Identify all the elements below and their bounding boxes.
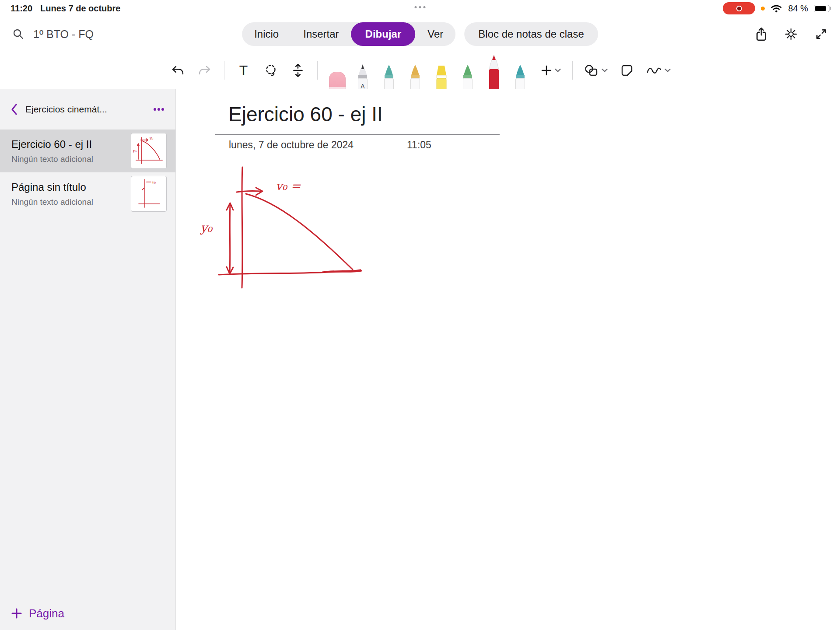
- search-icon[interactable]: [12, 28, 24, 40]
- ink-to-shape-button[interactable]: [646, 60, 671, 80]
- page-item-subtitle: Ningún texto adicional: [11, 197, 126, 207]
- title-divider: [215, 134, 500, 135]
- note-canvas[interactable]: Ejercicio 60 - ej II lunes, 7 de octubre…: [176, 89, 840, 630]
- clock: 11:20: [10, 4, 32, 14]
- add-page-button[interactable]: Página: [0, 597, 175, 630]
- tab-insertar[interactable]: Insertar: [291, 22, 351, 46]
- text-tool-button[interactable]: T: [236, 60, 252, 80]
- svg-text:y₀: y₀: [132, 149, 137, 153]
- marker-green[interactable]: [458, 62, 477, 89]
- chevron-down-icon[interactable]: [555, 68, 561, 73]
- ink-label-v0: v₀ =: [276, 179, 301, 192]
- chevron-down-icon[interactable]: [602, 68, 608, 73]
- section-title: Ejercicios cinemát...: [25, 104, 153, 115]
- insert-space-icon[interactable]: [290, 60, 306, 80]
- screen-recording-indicator[interactable]: [723, 2, 755, 14]
- page-item-title: Ejercicio 60 - ej II: [11, 138, 126, 150]
- page-sidebar: Ejercicios cinemát... Ejercicio 60 - ej …: [0, 89, 176, 630]
- more-options-icon[interactable]: [153, 107, 165, 112]
- lasso-select-icon[interactable]: [263, 60, 279, 80]
- ribbon-tabs: Inicio Insertar Dibujar Ver: [242, 22, 455, 46]
- ink-stroke-height-arrow: [230, 204, 230, 273]
- ink-stroke-trajectory: [246, 194, 353, 270]
- expand-icon[interactable]: [815, 28, 828, 41]
- toolbar-divider: [224, 61, 224, 80]
- toolbar-divider: [572, 61, 573, 80]
- page-date: lunes, 7 de octubre de 2024: [229, 139, 354, 151]
- status-bar: 11:20 Lunes 7 de octubre 84 %: [0, 0, 840, 17]
- marker-cyan[interactable]: [511, 62, 529, 89]
- tab-dibujar[interactable]: Dibujar: [351, 22, 416, 46]
- add-page-label: Página: [29, 607, 64, 620]
- highlighter-yellow[interactable]: [432, 62, 451, 89]
- settings-gear-icon[interactable]: [784, 27, 798, 41]
- page-item-title: Página sin título: [11, 181, 126, 193]
- svg-text:A: A: [360, 83, 365, 89]
- svg-text:v₀: v₀: [152, 180, 156, 185]
- page-item-subtitle: Ningún texto adicional: [11, 154, 126, 164]
- ink-label-y0: y₀: [200, 220, 213, 235]
- battery-percent: 84 %: [788, 4, 808, 14]
- shapes-button[interactable]: [584, 60, 608, 80]
- draw-toolbar: T A: [0, 52, 840, 89]
- wifi-icon: [770, 4, 782, 13]
- page-thumbnail: v₀: [131, 176, 167, 212]
- page-list-item[interactable]: Página sin título Ningún texto adicional…: [0, 172, 175, 215]
- redo-button[interactable]: [197, 60, 213, 80]
- svg-text:v₀: v₀: [149, 136, 154, 140]
- back-chevron-icon[interactable]: [10, 103, 18, 116]
- battery-icon: [814, 5, 830, 12]
- toolbar-divider: [317, 61, 318, 80]
- marker-gold[interactable]: [406, 62, 424, 89]
- status-date: Lunes 7 de octubre: [40, 4, 120, 14]
- mic-in-use-indicator-icon: [761, 7, 765, 10]
- undo-button[interactable]: [170, 60, 186, 80]
- marker-teal[interactable]: [380, 62, 398, 89]
- ink-stroke-v0-arrow: [237, 191, 261, 192]
- pen-red[interactable]: [485, 54, 503, 89]
- page-title[interactable]: Ejercicio 60 - ej II: [228, 102, 383, 126]
- top-navigation: 1º BTO - FQ Inicio Insertar Dibujar Ver …: [0, 17, 840, 52]
- page-list-item[interactable]: Ejercicio 60 - ej II Ningún texto adicio…: [0, 130, 175, 172]
- page-thumbnail: v₀ y₀: [131, 133, 167, 169]
- pen-tray: A: [329, 52, 529, 89]
- pen-text[interactable]: A: [354, 62, 372, 89]
- tab-ver[interactable]: Ver: [415, 22, 455, 46]
- sticky-note-icon[interactable]: [619, 60, 635, 80]
- notebook-name[interactable]: 1º BTO - FQ: [33, 28, 94, 41]
- ink-stroke-y-axis: [242, 167, 242, 288]
- tab-inicio[interactable]: Inicio: [242, 22, 291, 46]
- onenote-app: 11:20 Lunes 7 de octubre 84 % 1º BTO: [0, 0, 840, 630]
- page-time: 11:05: [407, 139, 431, 151]
- multitasking-dots-icon[interactable]: [415, 6, 426, 8]
- share-icon[interactable]: [755, 27, 767, 42]
- hand-drawn-diagram[interactable]: v₀ = y₀: [197, 162, 372, 293]
- chevron-down-icon[interactable]: [665, 68, 671, 73]
- add-pen-button[interactable]: [541, 60, 561, 80]
- plus-icon: [11, 608, 22, 619]
- sidebar-header: Ejercicios cinemát...: [0, 89, 175, 130]
- tab-class-notebook[interactable]: Bloc de notas de clase: [464, 22, 598, 46]
- eraser-tool[interactable]: [329, 72, 346, 89]
